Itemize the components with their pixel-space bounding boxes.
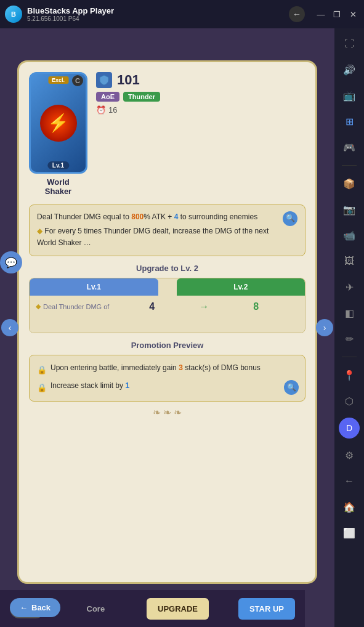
tab-core-button[interactable]: Core (75, 599, 118, 618)
edit-icon[interactable]: ✏ (340, 330, 358, 348)
lv-badge: Lv.1 (47, 161, 69, 169)
nav-back-button[interactable]: ← (289, 6, 305, 22)
back-icon[interactable]: ← (340, 472, 358, 490)
skill-card: Excl. C ⚡ Lv.1 WorldShaker 101 (17, 60, 317, 584)
desc-highlight-800: 800 (131, 212, 144, 221)
app-title-text: BlueStacks App Player 5.21.656.1001 P64 (27, 6, 284, 22)
skill-tags: AoE Thunder (96, 92, 305, 102)
app-name: BlueStacks App Player (27, 6, 284, 15)
back-button[interactable]: ← Back (10, 598, 60, 617)
promo-text-1: Upon entering battle, immediately gain 3… (51, 362, 261, 375)
lv-val-next: 8 (213, 301, 299, 312)
skill-clock-row: ⏰ 16 (96, 105, 305, 115)
gamepad-icon[interactable]: 🎮 (340, 138, 358, 156)
clock-icon-skill: ⏰ (96, 105, 106, 115)
star-up-button[interactable]: STAR UP (238, 598, 295, 620)
description-box: 🔍 Deal Thunder DMG equal to 800% ATK + 4… (29, 204, 305, 256)
promo-highlight-1: 1 (125, 381, 129, 390)
upgrade-button[interactable]: UPGRADE (147, 598, 209, 620)
hero-portrait-wrapper: Excl. C ⚡ Lv.1 WorldShaker (29, 72, 87, 196)
upgrade-title: Upgrade to Lv. 2 (29, 264, 305, 273)
game-area: 🪙 5402 💬 ‹ › Excl. C ⚡ Lv.1 WorldShaker (0, 28, 334, 627)
card-header: Excl. C ⚡ Lv.1 WorldShaker 101 (29, 72, 305, 196)
excl-badge: Excl. (48, 76, 68, 84)
promo-line1-before: Upon entering battle, immediately gain (51, 363, 179, 372)
promo-text-2: Increase stack limit by 1 (51, 379, 129, 393)
card-nav-left-button[interactable]: ‹ (1, 319, 18, 336)
home-icon[interactable]: 🏠 (340, 498, 358, 516)
promo-highlight-3: 3 (179, 363, 183, 372)
maximize-button[interactable]: ❐ (331, 8, 343, 20)
promo-line1-after: stack(s) of DMG bonus (183, 363, 261, 372)
desc-text-before: Deal Thunder DMG equal to (37, 212, 131, 221)
minimize-button[interactable]: — (315, 8, 327, 20)
record-icon[interactable]: 📹 (340, 226, 358, 245)
skill-level-number: 101 (117, 72, 140, 88)
clock-value: 16 (108, 105, 117, 115)
layout-icon[interactable]: ◧ (340, 304, 358, 322)
desc-line-2: ◆ For every 5 times Thunder DMG dealt, i… (37, 225, 297, 249)
settings-icon[interactable]: ⚙ (340, 446, 358, 464)
promo-row-2: 🔒 Increase stack limit by 1 (37, 379, 297, 395)
desc-line-1: Deal Thunder DMG equal to 800% ATK + 4 t… (37, 211, 297, 223)
camera-icon[interactable]: 📷 (340, 200, 358, 219)
upgrade-section: Upgrade to Lv. 2 Lv.1 Lv.2 ◆ Deal Thunde… (29, 264, 305, 333)
lv-row-label: Deal Thunder DMG of (43, 303, 109, 310)
toolbar-sep-1 (342, 165, 357, 166)
right-toolbar: ⛶ 🔊 📺 ⊞ 🎮 📦 📷 📹 🖼 ✈ ◧ ✏ 📍 ⬡ D ⚙ ← 🏠 ⬜ (334, 28, 364, 627)
card-nav-right-button[interactable]: › (316, 319, 333, 336)
desc-bullet-text: For every 5 times Thunder DMG dealt, inc… (37, 227, 269, 247)
skill-shield-icon (96, 72, 112, 88)
layers-icon[interactable]: ⬡ (340, 392, 358, 410)
c-badge: C (72, 75, 83, 86)
desc-end: to surrounding enemies (178, 212, 257, 221)
promo-line2-before: Increase stack limit by (51, 381, 125, 390)
lv-data-label: ◆ (36, 302, 41, 310)
lv-data-row-1: ◆ Deal Thunder DMG of 4 → 8 (30, 296, 305, 318)
clock-icon[interactable]: ⊞ (340, 112, 358, 131)
back-label: Back (31, 603, 51, 612)
back-icon: ← (20, 603, 28, 612)
lv-arrow: → (195, 301, 213, 312)
close-button[interactable]: ✕ (347, 8, 359, 20)
lv-compare-box: Lv.1 Lv.2 ◆ Deal Thunder DMG of 4 → 8 (29, 278, 305, 333)
media-icon[interactable]: 🖼 (340, 252, 358, 270)
toolbar-sep-2 (342, 357, 357, 357)
airplane-icon[interactable]: ✈ (340, 278, 358, 296)
lv-arrow-header (158, 278, 177, 296)
chat-bubble-button[interactable]: 💬 (0, 251, 22, 273)
desc-pct-atk: % ATK + (144, 212, 174, 221)
hero-portrait-inner: Excl. C ⚡ Lv.1 (31, 74, 86, 172)
recent-icon[interactable]: ⬜ (340, 524, 358, 542)
fullscreen-icon[interactable]: ⛶ (340, 34, 358, 53)
app-version: 5.21.656.1001 P64 (27, 15, 284, 22)
lv1-header: Lv.1 (30, 278, 158, 296)
promotion-title: Promotion Preview (29, 341, 305, 350)
diamond-bullet: ◆ (37, 227, 44, 235)
volume-icon[interactable]: 🔊 (340, 60, 358, 79)
lv-val-current: 4 (109, 301, 195, 312)
desc-magnify-button[interactable]: 🔍 (283, 211, 297, 226)
window-controls: — ❐ ✕ (315, 8, 359, 20)
skill-info: 101 AoE Thunder ⏰ 16 (96, 72, 305, 115)
lock-icon-1: 🔒 (37, 363, 47, 377)
promo-row-1: 🔒 Upon entering battle, immediately gain… (37, 362, 297, 377)
location-icon[interactable]: 📍 (340, 366, 358, 384)
title-bar: B BlueStacks App Player 5.21.656.1001 P6… (0, 0, 364, 28)
card-decoration: ❧ ❧ ❧ (29, 407, 305, 418)
display-icon[interactable]: 📺 (340, 86, 358, 105)
promotion-section: Promotion Preview 🔒 Upon entering battle… (29, 341, 305, 402)
apk-icon[interactable]: 📦 (340, 174, 358, 193)
hero-portrait: Excl. C ⚡ Lv.1 (29, 72, 87, 174)
lock-icon-2: 🔒 (37, 381, 47, 395)
hero-name: WorldShaker (45, 177, 71, 196)
titlebar-nav: ← (289, 6, 305, 22)
promotion-box: 🔒 Upon entering battle, immediately gain… (29, 355, 305, 402)
app-logo: B (5, 6, 22, 23)
skill-fire-icon: ⚡ (40, 105, 77, 142)
tag-aoe: AoE (96, 92, 119, 102)
lv2-header: Lv.2 (177, 278, 305, 296)
skill-level-row: 101 (96, 72, 305, 88)
discord-button[interactable]: D (339, 418, 360, 439)
tag-thunder: Thunder (123, 92, 160, 102)
